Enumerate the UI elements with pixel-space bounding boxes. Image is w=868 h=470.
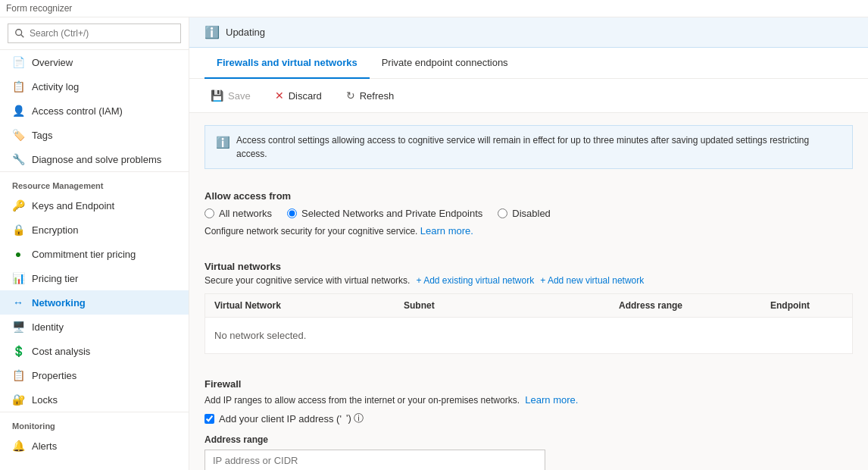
toolbar: 💾 Save ✕ Discard ↻ Refresh — [189, 79, 868, 113]
update-info-icon: ℹ️ — [205, 25, 220, 39]
discard-icon: ✕ — [275, 89, 284, 102]
sidebar-item-tags[interactable]: 🏷️ Tags — [0, 123, 189, 147]
table-empty-message: No network selected. — [205, 318, 852, 353]
radio-disabled-input[interactable] — [498, 208, 507, 218]
sidebar-item-keys-label: Keys and Endpoint — [32, 200, 114, 212]
tab-bar: Firewalls and virtual networks Private e… — [189, 48, 868, 79]
sidebar-item-overview-label: Overview — [32, 57, 73, 68]
alerts-icon: 🔔 — [12, 440, 24, 452]
tab-private-endpoints-label: Private endpoint connections — [382, 57, 508, 68]
sidebar-item-diagnose[interactable]: 🔧 Diagnose and solve problems — [0, 147, 189, 171]
resource-management-section: Resource Management — [0, 171, 189, 193]
sidebar-item-commitment-tier[interactable]: ● Commitment tier pricing — [0, 242, 189, 266]
info-message-icon: ℹ️ — [216, 134, 230, 152]
properties-icon: 📋 — [12, 369, 24, 381]
encryption-icon: 🔒 — [12, 224, 24, 236]
th-address-range: Address range — [610, 294, 761, 317]
radio-disabled-label: Disabled — [512, 208, 551, 219]
identity-icon: 🖥️ — [12, 321, 24, 333]
client-ip-suffix: ') ⓘ — [346, 412, 364, 425]
sidebar-item-identity[interactable]: 🖥️ Identity — [0, 315, 189, 339]
firewall-title: Firewall — [205, 378, 853, 390]
tab-private-endpoints[interactable]: Private endpoint connections — [370, 48, 520, 79]
radio-selected-networks-label: Selected Networks and Private Endpoints — [301, 208, 482, 219]
allow-access-title: Allow access from — [205, 181, 853, 202]
sidebar-item-locks[interactable]: 🔐 Locks — [0, 387, 189, 412]
access-radio-group: All networks Selected Networks and Priva… — [205, 208, 853, 219]
sidebar-item-activity-log-label: Activity log — [32, 81, 79, 92]
sidebar-item-encryption[interactable]: 🔒 Encryption — [0, 218, 189, 242]
sidebar-item-networking[interactable]: ↔ Networking — [0, 290, 189, 315]
sidebar-item-tags-label: Tags — [32, 130, 52, 141]
radio-all-networks-label: All networks — [219, 208, 272, 219]
tab-firewalls-label: Firewalls and virtual networks — [217, 57, 358, 68]
sidebar-item-diagnose-label: Diagnose and solve problems — [32, 154, 161, 165]
client-ip-label: Add your client IP address (' — [219, 413, 342, 425]
save-icon: 💾 — [211, 89, 223, 102]
sidebar-item-activity-log[interactable]: 📋 Activity log — [0, 74, 189, 99]
sidebar-item-cost-analysis[interactable]: 💲 Cost analysis — [0, 339, 189, 363]
commitment-tier-icon: ● — [12, 248, 24, 260]
update-banner: ℹ️ Updating — [189, 17, 868, 48]
sidebar-item-locks-label: Locks — [32, 394, 58, 406]
locks-icon: 🔐 — [12, 393, 24, 406]
discard-button[interactable]: ✕ Discard — [269, 86, 328, 105]
configure-text: Configure network security for your cogn… — [205, 225, 853, 237]
refresh-button[interactable]: ↻ Refresh — [340, 86, 401, 105]
tab-firewalls[interactable]: Firewalls and virtual networks — [205, 48, 370, 79]
sidebar-item-commitment-tier-label: Commitment tier pricing — [32, 249, 136, 260]
pricing-tier-icon: 📊 — [12, 272, 24, 284]
save-button[interactable]: 💾 Save — [205, 86, 257, 105]
refresh-label: Refresh — [360, 90, 395, 102]
radio-disabled[interactable]: Disabled — [498, 208, 551, 219]
add-new-vnet-button[interactable]: + Add new virtual network — [540, 275, 644, 286]
sidebar-item-cost-analysis-label: Cost analysis — [32, 346, 90, 357]
info-message-text: Access control settings allowing access … — [236, 133, 841, 161]
add-existing-vnet-button[interactable]: + Add existing virtual network — [416, 275, 534, 286]
virtual-networks-desc: Secure your cognitive service with virtu… — [205, 275, 853, 286]
allow-access-section: Allow access from All networks Selected … — [189, 181, 868, 249]
sidebar-item-alerts-label: Alerts — [32, 440, 57, 452]
save-label: Save — [228, 90, 251, 102]
firewall-learn-more[interactable]: Learn more. — [525, 394, 578, 406]
cost-analysis-icon: 💲 — [12, 345, 24, 357]
virtual-network-table: Virtual Network Subnet Address range End… — [205, 293, 853, 354]
firewall-desc: Add IP ranges to allow access from the i… — [205, 394, 853, 406]
access-control-icon: 👤 — [12, 105, 24, 117]
allow-access-learn-more[interactable]: Learn more. — [420, 225, 473, 237]
firewall-section: Firewall Add IP ranges to allow access f… — [189, 378, 868, 470]
sidebar-item-networking-label: Networking — [32, 297, 86, 309]
sidebar-item-alerts[interactable]: 🔔 Alerts — [0, 434, 189, 458]
th-endpoint: Endpoint — [761, 294, 852, 317]
diagnose-icon: 🔧 — [12, 153, 24, 165]
virtual-networks-section: Virtual networks Secure your cognitive s… — [189, 249, 868, 378]
client-ip-checkbox-row: Add your client IP address (' ') ⓘ — [205, 412, 853, 425]
radio-all-networks[interactable]: All networks — [205, 208, 272, 219]
sidebar-item-properties-label: Properties — [32, 370, 76, 381]
sidebar-item-pricing-tier[interactable]: 📊 Pricing tier — [0, 266, 189, 290]
activity-log-icon: 📋 — [12, 80, 24, 92]
keys-icon: 🔑 — [12, 199, 24, 212]
sidebar-item-properties[interactable]: 📋 Properties — [0, 363, 189, 387]
breadcrumb: Form recognizer — [6, 3, 72, 14]
search-input[interactable] — [8, 24, 181, 43]
radio-all-networks-input[interactable] — [205, 208, 214, 218]
tags-icon: 🏷️ — [12, 129, 24, 141]
refresh-icon: ↻ — [346, 89, 355, 102]
table-header-row: Virtual Network Subnet Address range End… — [205, 294, 852, 318]
client-ip-checkbox[interactable] — [205, 414, 214, 424]
th-subnet: Subnet — [395, 294, 610, 317]
update-text: Updating — [226, 27, 265, 38]
radio-selected-networks[interactable]: Selected Networks and Private Endpoints — [287, 208, 482, 219]
sidebar-item-pricing-tier-label: Pricing tier — [32, 273, 78, 284]
sidebar-item-access-control[interactable]: 👤 Access control (IAM) — [0, 99, 189, 123]
virtual-networks-title: Virtual networks — [205, 249, 853, 272]
address-range-input[interactable] — [205, 450, 545, 470]
info-message-box: ℹ️ Access control settings allowing acce… — [205, 125, 853, 169]
sidebar-item-identity-label: Identity — [32, 321, 64, 333]
sidebar-item-keys[interactable]: 🔑 Keys and Endpoint — [0, 193, 189, 218]
address-range-label: Address range — [205, 434, 853, 445]
radio-selected-networks-input[interactable] — [287, 208, 297, 218]
overview-icon: 📄 — [12, 56, 24, 68]
sidebar-item-overview[interactable]: 📄 Overview — [0, 50, 189, 74]
